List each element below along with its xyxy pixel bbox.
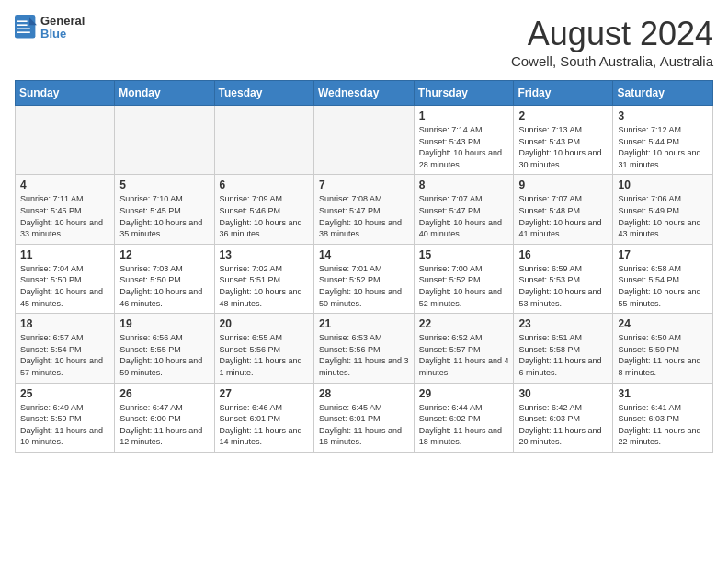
calendar-cell: 27Sunrise: 6:46 AMSunset: 6:01 PMDayligh…	[214, 383, 313, 452]
logo-text: General Blue	[40, 15, 85, 41]
calendar-cell	[214, 106, 313, 175]
day-number: 31	[618, 387, 708, 400]
day-number: 10	[618, 178, 708, 191]
day-info: Sunrise: 6:42 AMSunset: 6:03 PMDaylight:…	[518, 402, 608, 448]
calendar-week-1: 1Sunrise: 7:14 AMSunset: 5:43 PMDaylight…	[16, 106, 713, 175]
day-number: 25	[20, 387, 109, 400]
day-info: Sunrise: 7:13 AMSunset: 5:43 PMDaylight:…	[518, 124, 608, 170]
calendar-cell: 2Sunrise: 7:13 AMSunset: 5:43 PMDaylight…	[514, 106, 613, 175]
day-number: 6	[220, 178, 309, 191]
calendar-cell: 20Sunrise: 6:55 AMSunset: 5:56 PMDayligh…	[214, 314, 313, 383]
logo-line1: General	[40, 15, 85, 28]
day-info: Sunrise: 6:50 AMSunset: 5:59 PMDaylight:…	[618, 332, 708, 378]
day-info: Sunrise: 6:45 AMSunset: 6:01 PMDaylight:…	[319, 402, 409, 448]
day-info: Sunrise: 6:56 AMSunset: 5:55 PMDaylight:…	[119, 332, 209, 378]
day-info: Sunrise: 7:09 AMSunset: 5:46 PMDaylight:…	[220, 193, 309, 239]
svg-rect-4	[17, 29, 29, 30]
day-number: 13	[220, 248, 309, 261]
day-number: 23	[518, 317, 608, 330]
day-number: 4	[20, 178, 109, 191]
calendar-cell: 31Sunrise: 6:41 AMSunset: 6:03 PMDayligh…	[613, 383, 713, 452]
day-number: 20	[220, 317, 309, 330]
calendar-cell: 9Sunrise: 7:07 AMSunset: 5:48 PMDaylight…	[514, 175, 613, 244]
day-info: Sunrise: 6:59 AMSunset: 5:53 PMDaylight:…	[518, 263, 608, 309]
day-info: Sunrise: 6:51 AMSunset: 5:58 PMDaylight:…	[518, 332, 608, 378]
calendar-cell: 16Sunrise: 6:59 AMSunset: 5:53 PMDayligh…	[514, 244, 613, 313]
svg-rect-3	[17, 25, 27, 27]
calendar-week-4: 18Sunrise: 6:57 AMSunset: 5:54 PMDayligh…	[16, 314, 713, 383]
day-info: Sunrise: 7:01 AMSunset: 5:52 PMDaylight:…	[319, 263, 409, 309]
calendar-cell: 24Sunrise: 6:50 AMSunset: 5:59 PMDayligh…	[613, 314, 713, 383]
day-number: 21	[319, 317, 409, 330]
month-title: August 2024	[511, 15, 713, 53]
day-number: 17	[618, 248, 708, 261]
calendar-header-row: SundayMondayTuesdayWednesdayThursdayFrid…	[16, 81, 713, 106]
day-header-thursday: Thursday	[414, 81, 514, 106]
calendar-cell: 26Sunrise: 6:47 AMSunset: 6:00 PMDayligh…	[115, 383, 214, 452]
logo-icon	[15, 15, 37, 40]
day-number: 16	[518, 248, 608, 261]
calendar-cell: 29Sunrise: 6:44 AMSunset: 6:02 PMDayligh…	[414, 383, 514, 452]
calendar-cell: 30Sunrise: 6:42 AMSunset: 6:03 PMDayligh…	[514, 383, 613, 452]
calendar-cell: 10Sunrise: 7:06 AMSunset: 5:49 PMDayligh…	[613, 175, 713, 244]
day-info: Sunrise: 7:06 AMSunset: 5:49 PMDaylight:…	[618, 193, 708, 239]
day-info: Sunrise: 6:57 AMSunset: 5:54 PMDaylight:…	[20, 332, 109, 378]
calendar-cell: 14Sunrise: 7:01 AMSunset: 5:52 PMDayligh…	[313, 244, 414, 313]
calendar-cell: 28Sunrise: 6:45 AMSunset: 6:01 PMDayligh…	[313, 383, 414, 452]
day-info: Sunrise: 7:04 AMSunset: 5:50 PMDaylight:…	[20, 263, 109, 309]
day-info: Sunrise: 6:49 AMSunset: 5:59 PMDaylight:…	[20, 402, 109, 448]
day-number: 15	[419, 248, 509, 261]
day-info: Sunrise: 7:12 AMSunset: 5:44 PMDaylight:…	[618, 124, 708, 170]
calendar-cell: 6Sunrise: 7:09 AMSunset: 5:46 PMDaylight…	[214, 175, 313, 244]
calendar-cell: 25Sunrise: 6:49 AMSunset: 5:59 PMDayligh…	[16, 383, 115, 452]
day-info: Sunrise: 7:08 AMSunset: 5:47 PMDaylight:…	[319, 193, 409, 239]
day-info: Sunrise: 7:10 AMSunset: 5:45 PMDaylight:…	[119, 193, 209, 239]
calendar-cell	[313, 106, 414, 175]
header: General Blue August 2024 Cowell, South A…	[15, 15, 713, 69]
day-info: Sunrise: 6:55 AMSunset: 5:56 PMDaylight:…	[220, 332, 309, 378]
day-number: 1	[419, 109, 509, 122]
day-info: Sunrise: 7:07 AMSunset: 5:47 PMDaylight:…	[419, 193, 509, 239]
day-number: 12	[119, 248, 209, 261]
calendar-cell: 19Sunrise: 6:56 AMSunset: 5:55 PMDayligh…	[115, 314, 214, 383]
day-info: Sunrise: 7:07 AMSunset: 5:48 PMDaylight:…	[518, 193, 608, 239]
calendar-cell: 15Sunrise: 7:00 AMSunset: 5:52 PMDayligh…	[414, 244, 514, 313]
day-number: 7	[319, 178, 409, 191]
day-info: Sunrise: 7:02 AMSunset: 5:51 PMDaylight:…	[220, 263, 309, 309]
day-header-friday: Friday	[514, 81, 613, 106]
day-header-sunday: Sunday	[16, 81, 115, 106]
day-number: 8	[419, 178, 509, 191]
svg-rect-2	[17, 21, 27, 23]
day-number: 24	[618, 317, 708, 330]
day-info: Sunrise: 7:11 AMSunset: 5:45 PMDaylight:…	[20, 193, 109, 239]
day-number: 28	[319, 387, 409, 400]
calendar-cell: 23Sunrise: 6:51 AMSunset: 5:58 PMDayligh…	[514, 314, 613, 383]
day-info: Sunrise: 6:53 AMSunset: 5:56 PMDaylight:…	[319, 332, 409, 378]
calendar: SundayMondayTuesdayWednesdayThursdayFrid…	[15, 80, 713, 453]
day-info: Sunrise: 7:14 AMSunset: 5:43 PMDaylight:…	[419, 124, 509, 170]
calendar-cell: 8Sunrise: 7:07 AMSunset: 5:47 PMDaylight…	[414, 175, 514, 244]
day-header-monday: Monday	[115, 81, 214, 106]
calendar-cell: 18Sunrise: 6:57 AMSunset: 5:54 PMDayligh…	[16, 314, 115, 383]
calendar-week-5: 25Sunrise: 6:49 AMSunset: 5:59 PMDayligh…	[16, 383, 713, 452]
calendar-cell: 17Sunrise: 6:58 AMSunset: 5:54 PMDayligh…	[613, 244, 713, 313]
calendar-week-3: 11Sunrise: 7:04 AMSunset: 5:50 PMDayligh…	[16, 244, 713, 313]
day-number: 3	[618, 109, 708, 122]
calendar-week-2: 4Sunrise: 7:11 AMSunset: 5:45 PMDaylight…	[16, 175, 713, 244]
calendar-cell: 11Sunrise: 7:04 AMSunset: 5:50 PMDayligh…	[16, 244, 115, 313]
day-info: Sunrise: 7:03 AMSunset: 5:50 PMDaylight:…	[119, 263, 209, 309]
calendar-cell: 13Sunrise: 7:02 AMSunset: 5:51 PMDayligh…	[214, 244, 313, 313]
day-info: Sunrise: 6:52 AMSunset: 5:57 PMDaylight:…	[419, 332, 509, 378]
svg-rect-0	[15, 15, 35, 39]
calendar-cell: 5Sunrise: 7:10 AMSunset: 5:45 PMDaylight…	[115, 175, 214, 244]
day-number: 9	[518, 178, 608, 191]
location-title: Cowell, South Australia, Australia	[511, 53, 713, 69]
day-number: 11	[20, 248, 109, 261]
calendar-cell	[115, 106, 214, 175]
svg-rect-5	[17, 32, 29, 34]
calendar-cell	[16, 106, 115, 175]
day-info: Sunrise: 6:46 AMSunset: 6:01 PMDaylight:…	[220, 402, 309, 448]
logo-line2: Blue	[40, 28, 85, 40]
day-number: 5	[119, 178, 209, 191]
logo: General Blue	[15, 15, 85, 41]
